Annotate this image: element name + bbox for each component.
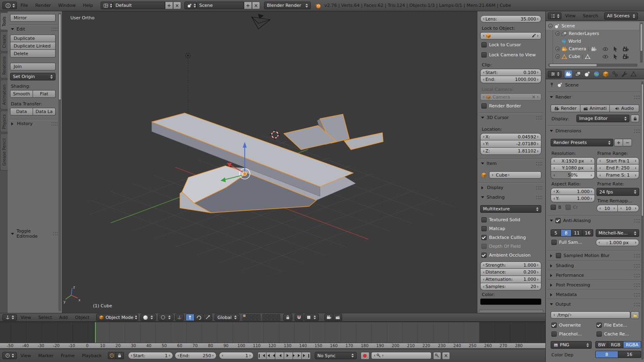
toolshelf-tab-grease-pencil[interactable]: Grease Pencil: [0, 134, 8, 171]
sampled-motion-blur-panel-header[interactable]: Sampled Motion Blur: [550, 253, 640, 258]
matcap-checkbox[interactable]: [481, 226, 487, 231]
scene-browse-button[interactable]: [184, 2, 196, 9]
shading-mode-dropdown[interactable]: Multitexture: [480, 205, 541, 213]
shade-flat-button[interactable]: Flat: [33, 90, 56, 98]
select-menu[interactable]: Select: [35, 315, 56, 320]
ao-attenuation-field[interactable]: Attenuation:1.000: [480, 276, 541, 283]
ambient-occlusion-checkbox[interactable]: [481, 253, 487, 258]
full-sample-row[interactable]: Full Sam...: [551, 240, 582, 245]
pin-icon[interactable]: [549, 82, 555, 88]
insert-keyframe-button[interactable]: [433, 352, 441, 360]
translate-manipulator-button[interactable]: [186, 314, 194, 321]
motion-blur-checkbox[interactable]: [556, 253, 561, 258]
post-processing-panel-header[interactable]: Post Processing: [550, 282, 640, 288]
ao-samples-field[interactable]: Samples:20: [480, 283, 541, 290]
scene-name-field[interactable]: Scene: [196, 2, 244, 9]
render-toggle-camera[interactable]: [622, 46, 629, 52]
depth-of-field-row[interactable]: Depth Of Field: [481, 244, 520, 249]
ambient-occlusion-row[interactable]: Ambient Occlusion: [481, 253, 530, 258]
close-icon[interactable]: [531, 95, 536, 99]
placeholders-checkbox[interactable]: [551, 331, 557, 337]
3d-cursor-panel-header[interactable]: 3D Cursor: [481, 115, 542, 120]
aa-filter-dropdown[interactable]: Mitchell-Ne...: [596, 229, 639, 237]
hide-toggle-camera[interactable]: [602, 46, 609, 52]
file-format-dropdown[interactable]: PNG: [551, 341, 592, 349]
textured-solid-row[interactable]: Textured Solid: [481, 217, 520, 222]
manipulator-toggle-button[interactable]: [175, 314, 184, 321]
end-frame-field[interactable]: End F: 250: [597, 165, 639, 172]
outliner-filter-dropdown[interactable]: All Scenes: [604, 12, 638, 20]
performance-panel-header[interactable]: Performance: [550, 273, 640, 278]
tab-render-layers[interactable]: [575, 71, 581, 77]
frame-step-field[interactable]: Frame S: 1: [597, 172, 639, 179]
remap-new-field[interactable]: 10: [618, 205, 639, 212]
tab-world[interactable]: [593, 71, 600, 77]
tab-object[interactable]: [603, 71, 609, 77]
toolshelf-tab-animation[interactable]: Animation: [0, 80, 8, 109]
render-display-dropdown[interactable]: Image Editor: [576, 115, 630, 122]
lock-to-cursor-checkbox[interactable]: [481, 42, 487, 47]
outliner-h-scrollbar[interactable]: [548, 64, 638, 67]
outliner-row-renderlayers[interactable]: RenderLayers: [555, 30, 599, 37]
edit-panel-header[interactable]: Edit: [11, 27, 58, 32]
duplicate-button[interactable]: Duplicate: [10, 35, 56, 42]
cursor-z-field[interactable]: Z:1.81102: [480, 148, 541, 155]
tab-render[interactable]: [565, 70, 572, 78]
scale-manipulator-button[interactable]: [203, 314, 212, 321]
shading-panel-header[interactable]: Shading: [550, 263, 640, 268]
file-extensions-checkbox[interactable]: [597, 323, 602, 328]
mode-dropdown[interactable]: Object Mode: [96, 314, 138, 321]
render-border-row[interactable]: Render Border: [481, 103, 521, 109]
current-frame-line[interactable]: [95, 322, 96, 343]
render-audio-button[interactable]: Audio: [610, 105, 639, 112]
border-checkbox[interactable]: [551, 205, 556, 210]
aspect-x-field[interactable]: X:1.000: [551, 188, 595, 195]
placeholders-row[interactable]: Placehol...: [551, 331, 582, 337]
shade-smooth-button[interactable]: Smooth: [10, 90, 33, 98]
ao-strength-field[interactable]: Strength:1.000: [480, 261, 541, 269]
duplicate-linked-button[interactable]: Duplicate Linked: [10, 42, 56, 50]
depth-of-field-checkbox[interactable]: [481, 244, 487, 249]
keying-set-field[interactable]: [371, 352, 431, 359]
render-panel-header[interactable]: Render: [550, 95, 640, 100]
render-animation-button[interactable]: Animati: [580, 105, 610, 112]
timeline-menu-frame[interactable]: Frame: [57, 353, 78, 358]
cursor-3d[interactable]: [270, 130, 280, 140]
properties-scrollbar[interactable]: [641, 81, 644, 360]
overwrite-row[interactable]: Overwrite: [551, 323, 581, 328]
shading-panel-header[interactable]: Shading: [481, 195, 542, 200]
item-panel-header[interactable]: Item: [481, 161, 542, 166]
outliner-row-world[interactable]: World: [561, 37, 581, 45]
opengl-render-still-button[interactable]: [324, 314, 333, 321]
select-toggle-cube[interactable]: [612, 53, 619, 60]
editor-type-selector-outliner[interactable]: [548, 12, 561, 19]
delete-keyframe-button[interactable]: [442, 352, 450, 360]
toolshelf-tab-create[interactable]: Create: [0, 31, 8, 51]
cursor-y-field[interactable]: Y:-2.07180: [480, 140, 541, 148]
outliner-row-cube[interactable]: Cube |: [555, 53, 590, 60]
object-name-field[interactable]: Cube: [489, 171, 541, 179]
output-path-field[interactable]: /tmp/: [551, 311, 630, 319]
lock-to-cursor-row[interactable]: Lock to Cursor: [481, 42, 521, 47]
layers-group-2[interactable]: [262, 314, 280, 321]
menu-window[interactable]: Window: [55, 3, 79, 8]
lamp-widget[interactable]: [186, 53, 190, 58]
lock-camera-checkbox[interactable]: [481, 52, 487, 58]
render-presets-dropdown[interactable]: Render Presets: [551, 139, 613, 146]
jump-next-keyframe-button[interactable]: [293, 352, 302, 360]
overwrite-checkbox[interactable]: [551, 323, 557, 328]
crop-checkbox[interactable]: [566, 205, 571, 210]
outliner-row-camera[interactable]: Camera |: [555, 45, 597, 53]
start-frame-field[interactable]: Start:1: [128, 352, 173, 359]
color-mode-bw[interactable]: BW: [595, 341, 608, 348]
screen-layout-name-field[interactable]: Default: [113, 2, 165, 9]
transform-orientation-dropdown[interactable]: Global: [215, 314, 239, 321]
full-sample-checkbox[interactable]: [551, 240, 557, 245]
aa-samples-11[interactable]: 11: [572, 229, 582, 237]
jump-prev-keyframe-button[interactable]: [266, 352, 275, 360]
aspect-y-field[interactable]: Y:1.000: [551, 195, 595, 202]
layers-group-1[interactable]: [243, 314, 260, 321]
resolution-percentage-slider[interactable]: 50%: [551, 172, 595, 179]
cache-result-checkbox[interactable]: [597, 331, 602, 337]
collapse-icon[interactable]: [548, 24, 553, 28]
